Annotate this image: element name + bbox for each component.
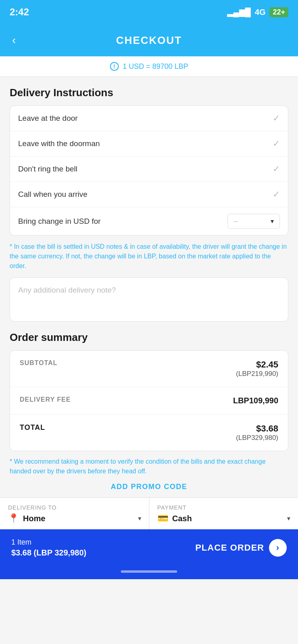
payment-label: PAYMENT xyxy=(157,504,290,511)
change-usd-dropdown[interactable]: -- ▾ xyxy=(228,214,280,229)
chevron-down-icon-delivery: ▾ xyxy=(138,515,141,522)
change-usd-row: Bring change in USD for -- ▾ xyxy=(10,207,288,235)
status-time: 2:42 xyxy=(10,6,29,18)
delivering-to-selector[interactable]: DELIVERING TO 📍 Home ▾ xyxy=(0,498,149,529)
instruction-item-2[interactable]: Leave with the doorman ✓ xyxy=(10,131,288,157)
usd-disclaimer: * In case the bill is settled in USD not… xyxy=(10,242,288,271)
instruction-label-2: Leave with the doorman xyxy=(18,139,100,148)
check-icon-4: ✓ xyxy=(273,189,280,200)
status-right: ▂▄▆█ 4G 22+ xyxy=(227,7,288,17)
delivering-to-home: Home xyxy=(23,514,46,523)
instruction-item-3[interactable]: Don't ring the bell ✓ xyxy=(10,157,288,182)
subtotal-label: SUBTOTAL xyxy=(20,359,58,367)
subtotal-usd: $2.45 xyxy=(236,359,278,370)
page-title: CHECKOUT xyxy=(116,34,182,47)
delivery-instructions-card: Leave at the door ✓ Leave with the doorm… xyxy=(10,105,288,235)
instruction-label-4: Call when you arrive xyxy=(18,190,87,199)
info-icon: ! xyxy=(110,62,119,71)
exchange-rate-text: 1 USD = 89700 LBP xyxy=(123,62,188,71)
total-amount: $3.68 (LBP329,980) xyxy=(236,423,278,442)
payment-method: Cash xyxy=(172,514,192,523)
order-summary-title: Order summary xyxy=(10,331,288,344)
note-placeholder-text: Any additional delivery note? xyxy=(18,286,116,294)
subtotal-lbp: (LBP219,990) xyxy=(236,370,278,378)
network-type: 4G xyxy=(255,8,266,17)
add-promo-code-button[interactable]: ADD PROMO CODE xyxy=(111,483,187,491)
delivering-to-label: DELIVERING TO xyxy=(8,504,141,511)
recommend-note: * We recommend taking a moment to verify… xyxy=(10,457,288,476)
place-order-arrow-icon: › xyxy=(269,539,287,557)
instruction-item-4[interactable]: Call when you arrive ✓ xyxy=(10,182,288,207)
exchange-rate-bar: ! 1 USD = 89700 LBP xyxy=(0,56,298,77)
payment-icon: 💳 xyxy=(157,513,168,524)
promo-code-section: ADD PROMO CODE xyxy=(10,483,288,491)
total-row: TOTAL $3.68 (LBP329,980) xyxy=(10,415,288,451)
place-order-footer: 1 Item $3.68 (LBP 329,980) PLACE ORDER › xyxy=(0,529,298,566)
check-icon-3: ✓ xyxy=(273,164,280,174)
delivery-fee-row: DELIVERY FEE LBP109,990 xyxy=(10,387,288,415)
battery-badge: 22+ xyxy=(269,7,288,17)
change-usd-value: -- xyxy=(234,218,238,225)
delivery-fee-amount: LBP109,990 xyxy=(233,396,278,405)
change-usd-label: Bring change in USD for xyxy=(18,217,101,226)
bottom-selectors: DELIVERING TO 📍 Home ▾ PAYMENT 💳 Cash ▾ xyxy=(0,497,298,529)
order-items-count: 1 Item xyxy=(11,538,86,547)
delivering-to-value: 📍 Home ▾ xyxy=(8,513,141,524)
back-button[interactable]: ‹ xyxy=(8,30,20,51)
status-bar: 2:42 ▂▄▆█ 4G 22+ xyxy=(0,0,298,24)
total-usd: $3.68 xyxy=(236,423,278,434)
order-summary-text: 1 Item $3.68 (LBP 329,980) xyxy=(11,538,86,557)
delivery-fee-label: DELIVERY FEE xyxy=(20,396,71,403)
header: ‹ CHECKOUT xyxy=(0,24,298,56)
check-icon-1: ✓ xyxy=(273,113,280,124)
home-bar xyxy=(121,570,177,573)
subtotal-row: SUBTOTAL $2.45 (LBP219,990) xyxy=(10,351,288,387)
order-summary-card: SUBTOTAL $2.45 (LBP219,990) DELIVERY FEE… xyxy=(10,350,288,451)
instruction-label-3: Don't ring the bell xyxy=(18,165,77,173)
location-icon: 📍 xyxy=(8,513,19,524)
delivery-instructions-title: Delivery Instructions xyxy=(10,87,288,99)
place-order-button[interactable]: PLACE ORDER › xyxy=(195,539,287,557)
total-label: TOTAL xyxy=(20,423,45,432)
total-lbp: (LBP329,980) xyxy=(236,434,278,442)
main-content: Delivery Instructions Leave at the door … xyxy=(0,77,298,491)
home-indicator xyxy=(0,566,298,579)
subtotal-amount: $2.45 (LBP219,990) xyxy=(236,359,278,378)
payment-selector[interactable]: PAYMENT 💳 Cash ▾ xyxy=(149,498,298,529)
delivery-note-input[interactable]: Any additional delivery note? xyxy=(10,277,288,322)
order-total-amount: $3.68 (LBP 329,980) xyxy=(11,548,86,557)
chevron-down-icon: ▾ xyxy=(271,217,274,225)
instruction-item-1[interactable]: Leave at the door ✓ xyxy=(10,106,288,131)
payment-value: 💳 Cash ▾ xyxy=(157,513,290,524)
place-order-label: PLACE ORDER xyxy=(195,543,264,553)
check-icon-2: ✓ xyxy=(273,138,280,149)
chevron-down-icon-payment: ▾ xyxy=(287,515,290,522)
delivery-fee-lbp: LBP109,990 xyxy=(233,396,278,405)
instruction-label-1: Leave at the door xyxy=(18,114,78,123)
signal-icon: ▂▄▆█ xyxy=(227,7,250,17)
